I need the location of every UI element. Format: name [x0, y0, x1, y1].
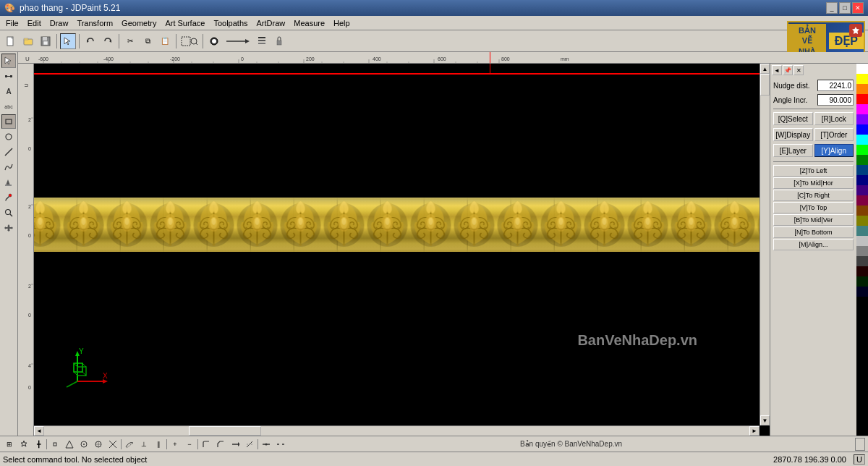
close-button[interactable]: ✕: [852, 2, 864, 14]
tool-abc[interactable]: abc: [1, 99, 16, 114]
tangent-btn[interactable]: [123, 438, 136, 451]
menu-toolpaths[interactable]: Toolpaths: [209, 18, 252, 28]
color-red[interactable]: [856, 94, 868, 104]
to-midvertical-btn[interactable]: [B]To Mid|Ver: [773, 214, 854, 226]
scroll-left-button[interactable]: ◄: [34, 426, 44, 436]
tool-rectangle[interactable]: [1, 114, 16, 129]
to-top-btn[interactable]: [V]To Top: [773, 202, 854, 213]
new-button[interactable]: [3, 33, 19, 49]
color-blue[interactable]: [856, 124, 868, 135]
extend-btn[interactable]: [229, 438, 242, 451]
scroll-track-h[interactable]: [44, 426, 749, 436]
midpoint-btn[interactable]: [63, 438, 76, 451]
paste-button[interactable]: 📋: [157, 33, 173, 49]
layer-panel-btn[interactable]: [E]Layer: [773, 144, 813, 157]
select-tool-button[interactable]: [60, 33, 76, 49]
menu-help[interactable]: Help: [329, 18, 354, 28]
tool-curve[interactable]: [1, 160, 16, 174]
display-panel-btn[interactable]: [W]Display: [773, 128, 813, 141]
color-dark-gray[interactable]: [856, 256, 868, 266]
tool-text[interactable]: A: [1, 84, 16, 98]
scroll-thumb-h[interactable]: [189, 426, 261, 436]
scroll-thumb-v[interactable]: [760, 74, 770, 96]
scroll-track-v[interactable]: [760, 74, 770, 415]
to-midhorizontal-btn[interactable]: [X]To Mid|Hor: [773, 177, 854, 189]
tool-line[interactable]: [1, 145, 16, 159]
menu-measure[interactable]: Measure: [289, 18, 329, 28]
vertical-scrollbar[interactable]: ▲ ▼: [760, 64, 770, 425]
quad-btn[interactable]: [92, 438, 105, 451]
color-brown[interactable]: [856, 206, 868, 216]
panel-pin-button[interactable]: 📌: [783, 65, 793, 75]
align-menu-btn[interactable]: [M]Align...: [773, 239, 854, 250]
panel-collapse-button[interactable]: ◄: [772, 65, 782, 75]
tool-eyedropper[interactable]: [1, 190, 16, 205]
minimize-button[interactable]: _: [826, 2, 838, 14]
color-green[interactable]: [856, 145, 868, 155]
color-dark-purple[interactable]: [856, 185, 868, 195]
copy-button[interactable]: ⧉: [140, 33, 156, 49]
menu-artsurface[interactable]: Art Surface: [161, 18, 209, 28]
color-teal[interactable]: [856, 226, 868, 236]
nudge-input[interactable]: [817, 80, 854, 91]
lock-panel-btn[interactable]: [R]Lock: [814, 112, 854, 125]
tool-circle[interactable]: [1, 130, 16, 144]
cut-button[interactable]: ✂: [122, 33, 138, 49]
color-dark-blue[interactable]: [856, 165, 868, 175]
color-olive[interactable]: [856, 216, 868, 226]
color-cyan[interactable]: [856, 135, 868, 145]
join-btn[interactable]: [260, 438, 273, 451]
to-left-btn[interactable]: [Z]To Left: [773, 165, 854, 177]
menu-artdraw[interactable]: ArtDraw: [252, 18, 290, 28]
save-button[interactable]: [38, 33, 54, 49]
title-bar-controls[interactable]: _ □ ✕: [826, 2, 864, 14]
panel-header-icons[interactable]: ◄ 📌 ✕: [770, 64, 856, 77]
snap-point-btn[interactable]: [17, 438, 30, 451]
intersect-btn[interactable]: [106, 438, 119, 451]
menu-draw[interactable]: Draw: [46, 18, 73, 28]
color-magenta[interactable]: [856, 104, 868, 114]
menu-geometry[interactable]: Geometry: [117, 18, 161, 28]
break-btn[interactable]: [274, 438, 287, 451]
tool-pan[interactable]: [1, 221, 16, 235]
canvas-viewport[interactable]: BanVeNhaDep.vn Y X: [34, 64, 770, 436]
tool-node[interactable]: [1, 69, 16, 83]
angle-input[interactable]: [817, 94, 854, 106]
to-bottom-btn[interactable]: [N]To Bottom: [773, 226, 854, 238]
trim-btn[interactable]: [243, 438, 256, 451]
scroll-down-button[interactable]: ▼: [760, 415, 770, 425]
horizontal-scrollbar[interactable]: ◄ ►: [34, 425, 760, 436]
redo-button[interactable]: [100, 33, 116, 49]
to-right-btn[interactable]: [C]To Right: [773, 190, 854, 201]
endpoint-btn[interactable]: [48, 438, 61, 451]
color-dark-maroon[interactable]: [856, 195, 868, 206]
panel-close-button[interactable]: ✕: [793, 65, 804, 75]
chamfer-btn[interactable]: [214, 438, 227, 451]
tool-fill[interactable]: [1, 175, 16, 190]
fillet-btn[interactable]: [200, 438, 213, 451]
maximize-button[interactable]: □: [839, 2, 851, 14]
color-gray[interactable]: [856, 246, 868, 256]
zoom-window-button[interactable]: [179, 33, 200, 49]
parallel-btn[interactable]: ∥: [152, 438, 165, 451]
color-yellow[interactable]: [856, 74, 868, 84]
color-silver[interactable]: [856, 236, 868, 246]
center-btn[interactable]: [77, 438, 90, 451]
order-panel-btn[interactable]: [T]Order: [814, 128, 854, 141]
layer-button[interactable]: [254, 33, 270, 49]
color-dark-green[interactable]: [856, 155, 868, 165]
color-very-dark-red[interactable]: [856, 266, 868, 276]
tool-zoom[interactable]: [1, 206, 16, 220]
align-panel-btn[interactable]: [Y]Align: [814, 144, 854, 157]
undo-button[interactable]: [82, 33, 98, 49]
scroll-right-button[interactable]: ►: [749, 426, 760, 436]
insert-point-btn[interactable]: +: [169, 438, 182, 451]
snap-grid-btn[interactable]: ⊞: [3, 438, 16, 451]
snap-line-btn[interactable]: ╋: [32, 438, 45, 451]
open-button[interactable]: [20, 33, 36, 49]
color-black[interactable]: [856, 297, 868, 307]
perpendicular-btn[interactable]: ⊥: [137, 438, 150, 451]
menu-edit[interactable]: Edit: [23, 18, 46, 28]
tool-select[interactable]: [1, 54, 16, 68]
color-navy[interactable]: [856, 175, 868, 185]
